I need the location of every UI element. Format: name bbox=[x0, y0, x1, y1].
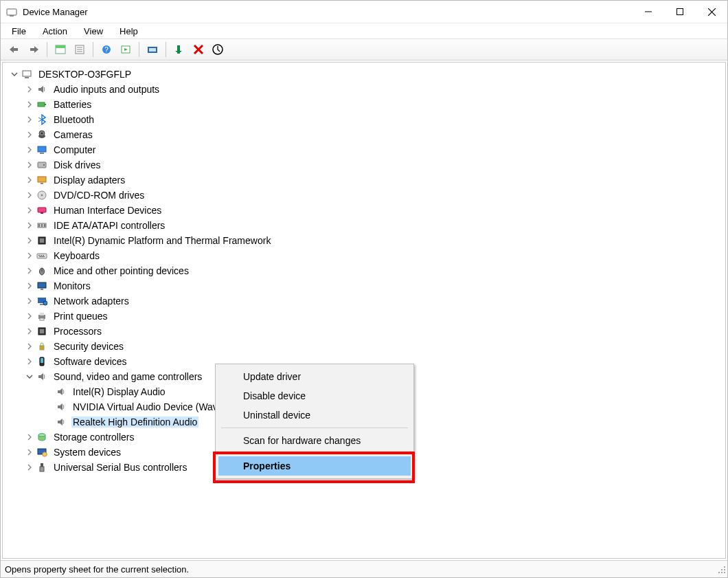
printer-icon bbox=[36, 310, 48, 322]
show-hidden-button[interactable] bbox=[51, 41, 70, 58]
ctx-properties[interactable]: Properties bbox=[218, 456, 411, 476]
expand-icon[interactable] bbox=[25, 251, 34, 260]
expand-icon[interactable] bbox=[25, 85, 34, 94]
expand-icon[interactable] bbox=[25, 190, 34, 200]
expand-icon[interactable] bbox=[25, 100, 34, 109]
tree-category-node[interactable]: Mice and other pointing devices bbox=[4, 263, 725, 278]
expand-icon[interactable] bbox=[25, 432, 34, 442]
svg-point-72 bbox=[721, 569, 723, 570]
tree-category-node[interactable]: Batteries bbox=[4, 97, 725, 112]
expand-icon[interactable] bbox=[25, 311, 34, 321]
tree-category-node[interactable]: Security devices bbox=[4, 339, 725, 354]
monitor-icon bbox=[36, 280, 48, 292]
svg-rect-62 bbox=[40, 329, 44, 333]
expand-icon[interactable] bbox=[25, 463, 34, 472]
svg-rect-31 bbox=[40, 153, 44, 154]
tree-node-label: Human Interface Devices bbox=[52, 205, 163, 216]
tree-category-node[interactable]: IDE ATA/ATAPI controllers bbox=[4, 218, 725, 233]
expand-icon[interactable] bbox=[25, 205, 34, 215]
expand-icon[interactable] bbox=[25, 221, 34, 230]
uninstall-button[interactable] bbox=[189, 41, 208, 58]
ctx-update-driver[interactable]: Update driver bbox=[218, 367, 411, 386]
tree-category-node[interactable]: Bluetooth bbox=[4, 112, 725, 127]
help-button[interactable]: ? bbox=[97, 41, 116, 58]
ctx-disable-device[interactable]: Disable device bbox=[218, 386, 411, 405]
expand-icon[interactable] bbox=[25, 115, 34, 124]
svg-rect-7 bbox=[30, 48, 35, 51]
collapse-icon[interactable] bbox=[25, 372, 34, 381]
svg-point-73 bbox=[724, 569, 725, 570]
svg-rect-0 bbox=[7, 9, 16, 15]
back-button[interactable] bbox=[5, 41, 24, 58]
expand-icon[interactable] bbox=[25, 175, 34, 185]
expand-icon[interactable] bbox=[25, 160, 34, 170]
enable-button[interactable] bbox=[170, 41, 189, 58]
action-button[interactable] bbox=[116, 41, 135, 58]
tree-category-node[interactable]: Print queues bbox=[4, 309, 725, 324]
menu-view[interactable]: View bbox=[77, 25, 110, 38]
properties-button[interactable] bbox=[70, 41, 89, 58]
toolbar: ? bbox=[1, 38, 727, 60]
tree-category-node[interactable]: Network adapters bbox=[4, 293, 725, 309]
resize-grip-icon[interactable] bbox=[716, 564, 726, 576]
maximize-button[interactable] bbox=[664, 1, 696, 23]
scan-hardware-button[interactable] bbox=[208, 41, 227, 58]
expand-icon[interactable] bbox=[25, 266, 34, 276]
collapse-icon[interactable] bbox=[10, 69, 19, 79]
ctx-separator bbox=[221, 453, 408, 454]
tree-node-label: Storage controllers bbox=[52, 432, 136, 443]
svg-rect-41 bbox=[38, 224, 40, 227]
expand-icon[interactable] bbox=[25, 326, 34, 336]
svg-rect-18 bbox=[149, 48, 156, 52]
tree-category-node[interactable]: Keyboards bbox=[4, 248, 725, 263]
svg-point-75 bbox=[721, 572, 723, 573]
svg-rect-45 bbox=[40, 238, 44, 243]
expand-icon[interactable] bbox=[25, 357, 34, 366]
close-button[interactable] bbox=[696, 1, 727, 23]
expand-icon[interactable] bbox=[25, 145, 34, 155]
expand-icon[interactable] bbox=[25, 236, 34, 245]
forward-button[interactable] bbox=[24, 41, 43, 58]
ctx-uninstall-device[interactable]: Uninstall device bbox=[218, 405, 411, 425]
toolbar-separator bbox=[166, 42, 166, 57]
disk-icon bbox=[36, 159, 48, 171]
expand-icon[interactable] bbox=[25, 447, 34, 457]
tree-node-label: DVD/CD-ROM drives bbox=[52, 190, 146, 201]
menu-action[interactable]: Action bbox=[36, 25, 74, 38]
svg-rect-23 bbox=[23, 71, 31, 76]
expand-icon[interactable] bbox=[25, 130, 34, 140]
tree-category-node[interactable]: Cameras bbox=[4, 127, 725, 142]
tree-category-node[interactable]: Intel(R) Dynamic Platform and Thermal Fr… bbox=[4, 233, 725, 248]
tree-node-label: IDE ATA/ATAPI controllers bbox=[52, 220, 166, 231]
ctx-separator bbox=[221, 427, 408, 428]
tree-category-node[interactable]: Processors bbox=[4, 324, 725, 339]
menu-help[interactable]: Help bbox=[113, 25, 145, 38]
tree-category-node[interactable]: Human Interface Devices bbox=[4, 203, 725, 218]
svg-rect-6 bbox=[13, 48, 18, 51]
tree-node-label: Cameras bbox=[52, 129, 94, 140]
menu-file[interactable]: File bbox=[5, 25, 33, 38]
expand-icon[interactable] bbox=[25, 342, 34, 351]
expand-icon[interactable] bbox=[25, 281, 34, 291]
tree-category-node[interactable]: Audio inputs and outputs bbox=[4, 82, 725, 97]
ctx-scan-hardware[interactable]: Scan for hardware changes bbox=[218, 431, 411, 450]
svg-rect-70 bbox=[40, 467, 44, 471]
tree-root-node[interactable]: DESKTOP-O3FGFLP bbox=[4, 67, 725, 82]
network-icon bbox=[36, 295, 48, 307]
system-icon bbox=[36, 446, 48, 458]
svg-point-57 bbox=[43, 301, 47, 305]
security-icon bbox=[36, 340, 48, 353]
update-driver-button[interactable] bbox=[143, 41, 162, 58]
minimize-button[interactable] bbox=[633, 1, 664, 23]
tree-category-node[interactable]: DVD/CD-ROM drives bbox=[4, 188, 725, 203]
svg-rect-47 bbox=[38, 255, 40, 256]
tree-category-node[interactable]: Disk drives bbox=[4, 157, 725, 173]
tree-category-node[interactable]: Monitors bbox=[4, 278, 725, 293]
speaker-icon bbox=[55, 401, 67, 413]
tree-node-label: Print queues bbox=[52, 311, 109, 322]
tree-category-node[interactable]: Display adapters bbox=[4, 173, 725, 188]
tree-category-node[interactable]: Computer bbox=[4, 142, 725, 157]
svg-rect-38 bbox=[38, 208, 46, 212]
svg-rect-30 bbox=[38, 146, 46, 152]
expand-icon[interactable] bbox=[25, 296, 34, 306]
